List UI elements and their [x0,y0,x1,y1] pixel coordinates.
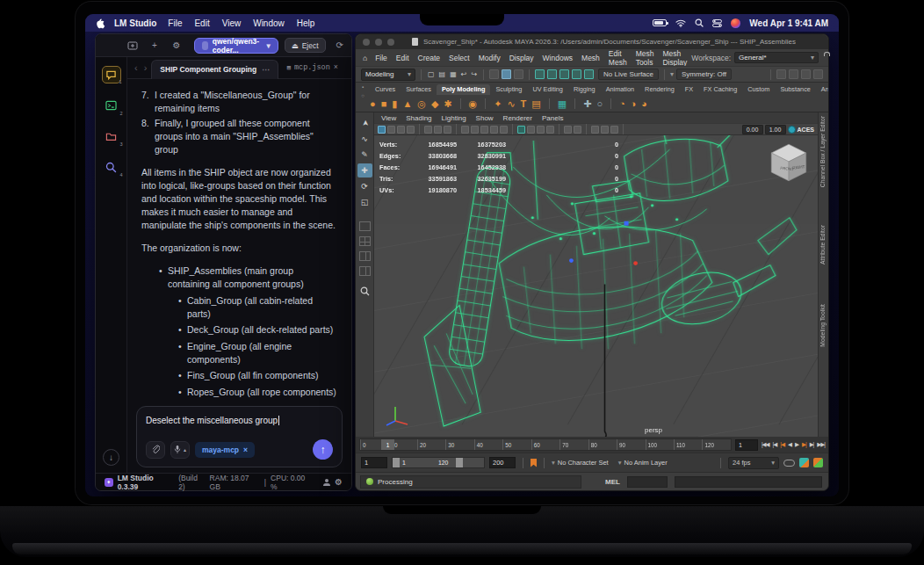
character-set-selector[interactable]: ▾ No Character Set [552,459,609,467]
gamma-field[interactable]: 1.00 [765,125,786,134]
vp-lock-camera-icon[interactable] [387,126,395,134]
shelf-platonic-icon[interactable]: ◉ [469,99,478,109]
menu-windows[interactable]: Windows [538,54,577,62]
sidebar-developer-icon[interactable]: 2 [102,97,121,114]
vp-lights-icon[interactable] [490,126,498,134]
shelf-tab-rendering[interactable]: Rendering [639,84,680,95]
tab-attribute-editor[interactable]: Attribute Editor [819,225,826,264]
vp-menu-show[interactable]: Show [476,114,494,122]
menubar-app-status-icon[interactable] [731,18,740,28]
vp-safe-area-icon[interactable] [610,126,618,134]
next-frame-button[interactable]: ▶| [802,441,806,448]
menu-mesh-tools[interactable]: Mesh Tools [632,49,659,67]
close-tab-icon[interactable]: × [334,63,338,72]
lasso-tool-icon[interactable]: ∿ [357,132,372,146]
mcp-plugin-chip[interactable]: maya-mcp × [195,442,255,458]
menu-modify[interactable]: Modify [474,54,505,62]
shelf-svg-icon[interactable]: ▤ [531,99,540,109]
open-scene-icon[interactable]: ▤ [438,70,447,78]
panel-toggle-icon[interactable] [813,69,823,79]
shelf-boolean-diff-icon[interactable]: ◑ [631,99,637,109]
menubar-file[interactable]: File [168,18,182,28]
settings-gear-icon[interactable]: ⚙ [335,477,343,487]
go-to-end-button[interactable]: ▶▶| [817,441,825,448]
menubar-app-name[interactable]: LM Studio [114,18,156,28]
prev-frame-button[interactable]: |◀ [780,441,784,448]
snap-grid-icon[interactable] [535,69,545,79]
new-chat-icon[interactable] [125,38,141,54]
range-slider[interactable]: 1 120 [392,457,485,468]
user-account-icon[interactable] [323,479,330,486]
vp-resolution-gate-icon[interactable] [591,126,599,134]
vp-oversca-icon[interactable] [444,126,451,134]
vp-menu-panels[interactable]: Panels [542,114,563,122]
vp-2d-pan-icon[interactable] [434,126,442,134]
menubar-clock[interactable]: Wed Apr 1 9:41 AM [749,18,828,28]
auto-keyframe-icon[interactable] [783,460,795,467]
play-forward-button[interactable]: ▶ [795,441,798,448]
playback-prefs-icon[interactable] [813,458,823,467]
vp-select-camera-icon[interactable] [378,126,386,134]
chat-transcript[interactable]: 7. I created a "Miscellaneous_Group" for… [127,79,351,399]
tab-options-icon[interactable]: ⋯ [262,65,270,74]
battery-icon[interactable] [653,19,667,26]
shelf-tab-fx-caching[interactable]: FX Caching [698,84,742,95]
chevron-down-icon[interactable]: ▾ [670,70,674,78]
apple-menu-icon[interactable] [96,18,105,29]
menu-edit-mesh[interactable]: Edit Mesh [604,49,632,67]
toolbox-toggle-icon[interactable] [801,69,811,79]
redo-icon[interactable]: ↪ [470,70,478,78]
shelf-tab-animation[interactable]: Animation [601,84,639,95]
prev-key-button[interactable]: |◀ [773,441,777,448]
menu-display[interactable]: Display [505,54,538,62]
shelf-menu-icon[interactable]: ▪○ [358,84,367,98]
timeline-playhead[interactable]: 1 [381,439,394,450]
settings-gear-icon[interactable]: ⚙ [169,38,184,54]
vp-textured-icon[interactable] [480,126,488,134]
menu-file[interactable]: File [371,54,392,62]
shelf-cube-icon[interactable]: ■ [381,99,387,109]
shelf-boolean-union-icon[interactable]: ◔ [619,99,625,109]
new-scene-icon[interactable]: ▢ [427,70,436,78]
snap-point-icon[interactable] [559,69,569,79]
shelf-plane-icon[interactable]: ◆ [431,99,438,109]
menubar-view[interactable]: View [222,18,242,28]
vp-xray-joints-icon[interactable] [527,126,535,134]
vp-menu-lighting[interactable]: Lighting [442,114,466,122]
paint-select-tool-icon[interactable]: ✎ [357,148,372,162]
model-selector[interactable]: qwen/qwen3-coder... ▾ [194,38,278,54]
shelf-cone-icon[interactable]: ▲ [402,99,412,109]
shelf-torus-icon[interactable]: ◎ [417,99,426,109]
animation-start-field[interactable]: 1 [361,457,387,468]
shelf-text-icon[interactable]: T [521,99,527,109]
vp-fog-icon[interactable] [546,126,554,134]
control-center-icon[interactable] [712,19,722,27]
select-component-icon[interactable] [514,69,523,79]
play-backward-button[interactable]: ◀ [788,441,791,448]
tab-channel-box[interactable]: Channel Box / Layer Editor [819,116,826,187]
search-tool-icon[interactable] [360,284,370,300]
select-tool-icon[interactable]: ➤ [357,116,372,131]
vp-menu-renderer[interactable]: Renderer [503,114,532,122]
shelf-tab-sculpting[interactable]: Sculpting [490,84,527,95]
menu-mesh-display[interactable]: Mesh Display [658,49,691,67]
vp-grease-icon[interactable] [574,126,581,134]
menu-edit[interactable]: Edit [392,54,414,62]
vp-menu-shading[interactable]: Shading [406,114,431,122]
vp-shadows-icon[interactable] [500,126,508,134]
nav-forward-icon[interactable]: › [142,62,149,73]
workspace-selector[interactable]: General* ▾ [734,52,819,63]
rotate-tool-icon[interactable]: ⟳ [357,179,372,193]
live-surface-field[interactable]: No Live Surface [598,69,659,80]
tab-mcp-json[interactable]: ▤ mcp.json × [281,59,344,76]
fps-selector[interactable]: 24 fps ▾ [728,457,779,469]
layout-four-pane-icon[interactable] [359,236,371,246]
hypershade-icon[interactable] [789,69,798,79]
snap-surface-icon[interactable] [584,69,594,79]
shelf-sphere-icon[interactable]: ● [370,99,376,109]
vp-image-plane-icon[interactable] [424,126,432,134]
view-cube[interactable]: FRONT RIGHT [769,142,809,186]
shelf-tab-rigging[interactable]: Rigging [568,84,601,95]
shelf-sweep-icon[interactable]: ✦ [494,99,502,109]
tab-ship-component-grouping[interactable]: SHIP Component Grouping ⋯ [151,60,278,79]
